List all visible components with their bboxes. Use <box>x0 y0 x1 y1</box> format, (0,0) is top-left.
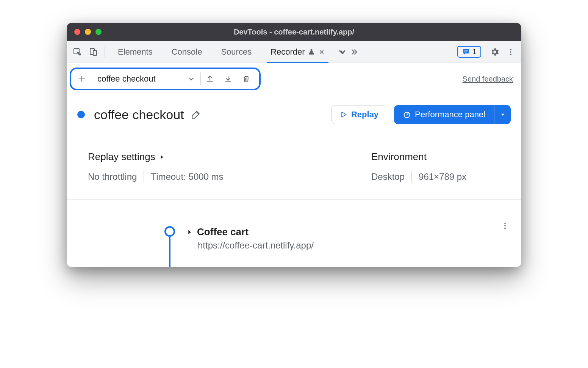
window-zoom-button[interactable] <box>95 29 102 35</box>
inspect-element-icon[interactable] <box>70 45 84 59</box>
delete-icon[interactable] <box>237 71 255 87</box>
messages-count: 1 <box>472 47 477 56</box>
messages-badge[interactable]: 1 <box>457 46 481 58</box>
titlebar: DevTools - coffee-cart.netlify.app/ <box>67 23 521 41</box>
import-icon[interactable] <box>219 71 237 87</box>
new-recording-button[interactable] <box>73 71 91 87</box>
svg-point-7 <box>510 53 511 55</box>
performance-panel-caret[interactable] <box>494 105 511 124</box>
export-icon[interactable] <box>201 71 219 87</box>
step-title: Coffee cart <box>197 226 249 238</box>
replay-settings-label: Replay settings <box>88 151 155 163</box>
traffic-lights <box>74 29 102 35</box>
recorder-toolbar-row: coffee checkout Send feedback <box>67 63 521 95</box>
window-close-button[interactable] <box>74 29 80 35</box>
device-value: Desktop <box>371 171 405 182</box>
chevrons-right-icon[interactable] <box>347 45 361 59</box>
tab-recorder[interactable]: Recorder <box>262 41 333 63</box>
timeout-value: Timeout: 5000 ms <box>151 171 223 182</box>
svg-rect-3 <box>464 50 468 51</box>
kebab-menu-icon[interactable] <box>504 45 518 59</box>
caret-right-icon[interactable] <box>186 229 192 235</box>
svg-rect-2 <box>93 50 97 55</box>
close-icon[interactable] <box>319 49 325 55</box>
window-minimize-button[interactable] <box>85 29 91 35</box>
step-kebab-menu-icon[interactable] <box>501 222 509 230</box>
record-indicator-icon <box>77 111 85 118</box>
tab-label: Elements <box>118 47 153 57</box>
send-feedback-link[interactable]: Send feedback <box>463 75 513 83</box>
recorder-toolbar-highlight: coffee checkout <box>70 68 261 90</box>
recording-selector-label[interactable]: coffee checkout <box>91 74 182 84</box>
environment-values: Desktop 961×789 px <box>371 171 500 182</box>
window-title: DevTools - coffee-cart.netlify.app/ <box>67 28 521 36</box>
tab-label: Console <box>172 47 202 57</box>
performance-panel-group: Performance panel <box>394 105 511 124</box>
node-line <box>169 237 170 267</box>
tab-sources[interactable]: Sources <box>213 41 260 63</box>
step-item[interactable]: Coffee cart https://coffee-cart.netlify.… <box>186 226 314 251</box>
recording-title: coffee checkout <box>94 107 184 122</box>
flask-icon <box>308 49 315 55</box>
svg-point-5 <box>510 49 511 50</box>
more-tabs-icon[interactable] <box>335 45 349 59</box>
svg-point-6 <box>510 51 511 53</box>
replay-settings-values: No throttling Timeout: 5000 ms <box>88 171 371 182</box>
chat-icon <box>462 48 470 56</box>
tab-label: Recorder <box>271 47 305 57</box>
replay-settings: Replay settings No throttling Timeout: 5… <box>88 151 371 182</box>
performance-panel-button[interactable]: Performance panel <box>394 105 494 124</box>
tab-elements[interactable]: Elements <box>109 41 161 63</box>
replay-settings-heading[interactable]: Replay settings <box>88 151 371 163</box>
caret-right-icon <box>159 154 164 160</box>
timeline-node <box>161 226 179 267</box>
svg-point-11 <box>504 228 506 229</box>
gear-icon[interactable] <box>488 45 502 59</box>
pencil-icon[interactable] <box>191 110 201 120</box>
tab-label: Sources <box>221 47 252 57</box>
recording-header: coffee checkout Replay Performance panel <box>67 95 521 134</box>
tab-console[interactable]: Console <box>163 41 211 63</box>
svg-point-10 <box>504 225 506 226</box>
svg-rect-4 <box>464 52 466 52</box>
environment-label: Environment <box>371 151 427 163</box>
environment-heading: Environment <box>371 151 500 163</box>
devtools-tabbar: Elements Console Sources Recorder <box>67 41 521 63</box>
step-url: https://coffee-cart.netlify.app/ <box>198 240 314 251</box>
steps-list: Coffee cart https://coffee-cart.netlify.… <box>67 200 521 267</box>
divider <box>411 171 412 182</box>
performance-panel-label: Performance panel <box>415 110 485 120</box>
device-toolbar-icon[interactable] <box>86 45 100 59</box>
resolution-value: 961×789 px <box>419 171 466 182</box>
replay-button[interactable]: Replay <box>331 105 387 124</box>
devtools-window: DevTools - coffee-cart.netlify.app/ Elem… <box>67 23 521 267</box>
replay-label: Replay <box>351 110 378 120</box>
settings-row: Replay settings No throttling Timeout: 5… <box>67 134 521 200</box>
throttling-value: No throttling <box>88 171 137 182</box>
environment-settings: Environment Desktop 961×789 px <box>371 151 500 182</box>
node-circle-icon <box>164 226 175 237</box>
divider <box>105 47 105 57</box>
chevron-down-icon[interactable] <box>182 71 200 87</box>
svg-point-9 <box>504 223 506 224</box>
divider <box>144 171 144 182</box>
